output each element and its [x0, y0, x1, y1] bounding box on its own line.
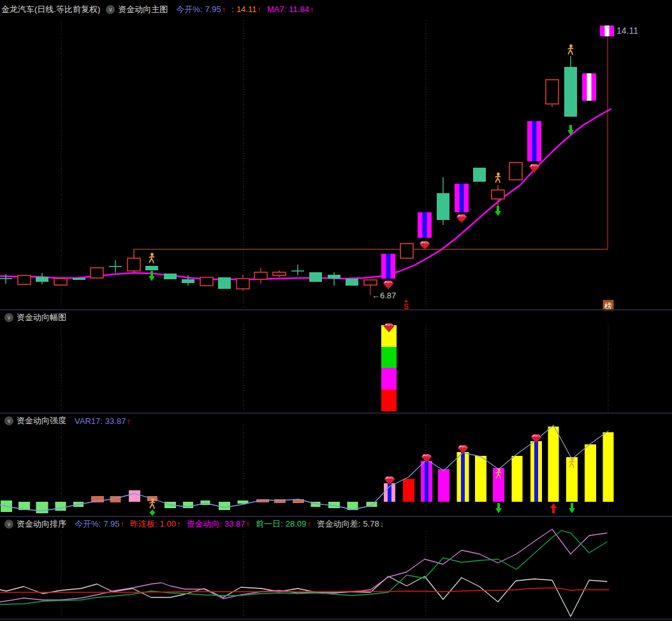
field-label: 资金动向: — [186, 518, 222, 530]
fund-flow-range-chart — [61, 324, 608, 413]
indicator-field: 资金动向:33.87↑ — [186, 518, 250, 530]
rank-line-2 — [0, 529, 607, 602]
candle-up — [509, 163, 522, 180]
chevron-down-icon[interactable]: ∨ — [4, 416, 13, 425]
strength-bar — [585, 444, 596, 502]
strength-bar — [475, 456, 486, 502]
strength-bar — [548, 427, 559, 502]
field-label: 今开%: — [176, 4, 202, 15]
candle-up — [492, 190, 504, 199]
panel4-header: ∨ 资金动向排序 今开%:7.95↑昨连板:1.00↑资金动向:33.87↑前一… — [1, 518, 384, 530]
candle-up — [546, 80, 559, 104]
strength-bar — [55, 502, 66, 511]
red-diamond-icon — [420, 242, 430, 250]
candle-up — [91, 268, 103, 278]
candle-down — [328, 275, 340, 279]
up-arrow-icon: ↑ — [257, 4, 261, 14]
field-value: 33.87 — [105, 416, 126, 426]
candle-stripe — [386, 254, 391, 279]
field-label: 今开%: — [75, 518, 101, 530]
up-arrow-icon: ↑ — [177, 519, 181, 529]
red-diamond-icon — [383, 281, 393, 289]
range-column-segment — [381, 390, 397, 411]
main-indicator-values: 今开%:7.95↑:14.11↑MA7:11.84↑ — [170, 4, 314, 15]
panel2-title: 资金动向幅图 — [17, 312, 66, 323]
field-value: 14.11 — [237, 4, 257, 14]
chevron-down-icon[interactable]: ∨ — [4, 520, 13, 529]
candle-up — [128, 258, 140, 271]
candle-stripe — [587, 73, 592, 101]
field-label: 昨连板: — [130, 518, 157, 530]
strength-bar — [274, 499, 286, 503]
candle-stripe — [460, 184, 464, 212]
walking-man-icon — [149, 253, 154, 263]
candle-down — [218, 277, 231, 289]
up-arrow-icon: ↑ — [222, 4, 226, 14]
strength-bar — [129, 490, 140, 502]
candle-down — [437, 193, 449, 220]
candle-up — [237, 279, 249, 289]
indicator-field: 今开%:7.95↑ — [75, 518, 124, 530]
range-column-segment — [381, 368, 397, 390]
instrument-title: 金龙汽车(日线.等比前复权) — [1, 4, 100, 15]
last-price-label: 14.11 — [617, 26, 638, 36]
up-arrow-icon: ↑ — [307, 519, 311, 529]
panel2-header: ∨ 资金动向幅图 — [1, 311, 69, 324]
ma7-line — [0, 109, 611, 279]
field-value: 7.95 — [205, 4, 221, 14]
main-chart-header: 金龙汽车(日线.等比前复权) ∨ 资金动向主图 今开%:7.95↑:14.11↑… — [1, 3, 314, 16]
field-value: 1.00 — [160, 519, 176, 529]
fund-flow-rank-chart — [0, 529, 609, 617]
panel4-indicator-values: 今开%:7.95↑昨连板:1.00↑资金动向:33.87↑前一日:28.09↑资… — [69, 518, 384, 530]
candle-up — [364, 280, 377, 285]
field-value: 7.95 — [103, 519, 119, 529]
walking-man-icon — [568, 45, 573, 55]
green-down-arrow-icon — [495, 206, 501, 216]
tdx-chart-window: ←6.8714.11S榜 金龙汽车(日线.等比前复权) ∨ 资金动向主图 今开%… — [0, 0, 672, 621]
up-arrow-icon: ↑ — [246, 519, 251, 529]
main-price-chart: ←6.8714.11S榜 — [0, 20, 638, 311]
green-down-arrow-icon — [149, 271, 155, 281]
strength-bar — [512, 456, 523, 502]
candle-down — [309, 272, 322, 282]
candle-up — [400, 244, 413, 258]
red-up-arrow-icon — [550, 503, 557, 513]
field-value: 11.84 — [289, 4, 309, 14]
field-label: : — [231, 4, 234, 14]
panel4-title: 资金动向排序 — [17, 518, 66, 530]
indicator-field: MA7:11.84↑ — [267, 4, 314, 14]
candle-down — [73, 278, 85, 280]
breakout-level-line — [134, 249, 608, 274]
candle-up — [254, 272, 267, 279]
candle-up — [273, 272, 286, 275]
red-diamond-icon — [529, 164, 539, 173]
up-arrow-icon: ↑ — [310, 4, 314, 14]
field-label: 前一日: — [256, 518, 283, 530]
indicator-field: 今开%:7.95↑ — [176, 4, 226, 15]
green-down-arrow-icon — [569, 503, 575, 513]
indicator-field: 资金动向差:5.78↓ — [317, 518, 384, 530]
panel3-indicator-values: VAR17:33.87↑ — [69, 416, 131, 426]
chevron-down-icon[interactable]: ∨ — [4, 313, 13, 322]
walking-man-icon — [495, 173, 500, 183]
candle-down — [473, 168, 486, 182]
down-arrow-icon: ↓ — [380, 519, 384, 529]
indicator-field: VAR17:33.87↑ — [75, 416, 131, 426]
candle-down — [36, 277, 48, 282]
fund-flow-strength-chart — [0, 425, 614, 516]
chevron-down-icon[interactable]: ∨ — [106, 5, 115, 14]
field-value: 33.87 — [224, 519, 245, 529]
strength-bar — [403, 479, 414, 502]
candle-up — [200, 277, 213, 286]
field-value: 5.78 — [363, 519, 379, 529]
up-arrow-icon: ↑ — [120, 519, 124, 529]
candle-down — [145, 266, 158, 270]
candle-stripe — [532, 121, 537, 161]
strength-bar-stripe — [461, 452, 465, 502]
indicator-field: 前一日:28.09↑ — [256, 518, 311, 530]
green-diamond-icon — [150, 509, 156, 516]
panel3-title: 资金动向强度 — [17, 415, 66, 427]
red-diamond-icon — [457, 215, 467, 223]
strength-bar-stripe — [534, 441, 538, 502]
candle-up — [54, 279, 67, 285]
